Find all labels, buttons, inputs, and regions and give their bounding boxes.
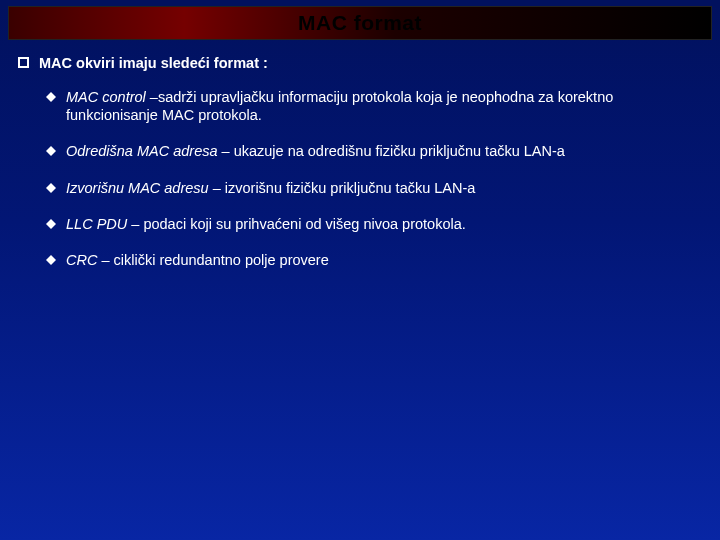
desc: ciklički redundantno polje provere xyxy=(114,252,329,268)
title-bar: MAC format xyxy=(8,6,712,40)
diamond-bullet-icon xyxy=(46,92,56,102)
list-item-text: Odredišna MAC adresa – ukazuje na odredi… xyxy=(66,142,565,160)
diamond-bullet-icon xyxy=(46,219,56,229)
list-item: CRC – ciklički redundantno polje provere xyxy=(46,251,702,269)
heading-row: MAC okviri imaju sledeći format : xyxy=(18,54,702,72)
diamond-bullet-icon xyxy=(46,255,56,265)
list-item-text: CRC – ciklički redundantno polje provere xyxy=(66,251,329,269)
list-item: MAC control –sadrži upravljačku informac… xyxy=(46,88,702,124)
desc: izvorišnu fizičku priključnu tačku LAN-a xyxy=(225,180,476,196)
term: CRC – xyxy=(66,252,114,268)
list-item-text: LLC PDU – podaci koji su prihvaćeni od v… xyxy=(66,215,466,233)
desc: podaci koji su prihvaćeni od višeg nivoa… xyxy=(143,216,465,232)
slide-content: MAC okviri imaju sledeći format : MAC co… xyxy=(0,40,720,269)
list-item: Izvorišnu MAC adresu – izvorišnu fizičku… xyxy=(46,179,702,197)
term: LLC PDU – xyxy=(66,216,143,232)
desc: ukazuje na odredišnu fizičku priključnu … xyxy=(234,143,565,159)
slide-title: MAC format xyxy=(298,11,422,35)
heading-text: MAC okviri imaju sledeći format : xyxy=(39,54,268,72)
slide: MAC format MAC okviri imaju sledeći form… xyxy=(0,6,720,540)
list-item-text: MAC control –sadrži upravljačku informac… xyxy=(66,88,702,124)
square-bullet-icon xyxy=(18,57,29,68)
term: Izvorišnu MAC adresu – xyxy=(66,180,225,196)
term: Odredišna MAC adresa – xyxy=(66,143,234,159)
list-item: LLC PDU – podaci koji su prihvaćeni od v… xyxy=(46,215,702,233)
list-item: Odredišna MAC adresa – ukazuje na odredi… xyxy=(46,142,702,160)
diamond-bullet-icon xyxy=(46,183,56,193)
term: MAC control – xyxy=(66,89,158,105)
list-item-text: Izvorišnu MAC adresu – izvorišnu fizičku… xyxy=(66,179,475,197)
diamond-bullet-icon xyxy=(46,146,56,156)
